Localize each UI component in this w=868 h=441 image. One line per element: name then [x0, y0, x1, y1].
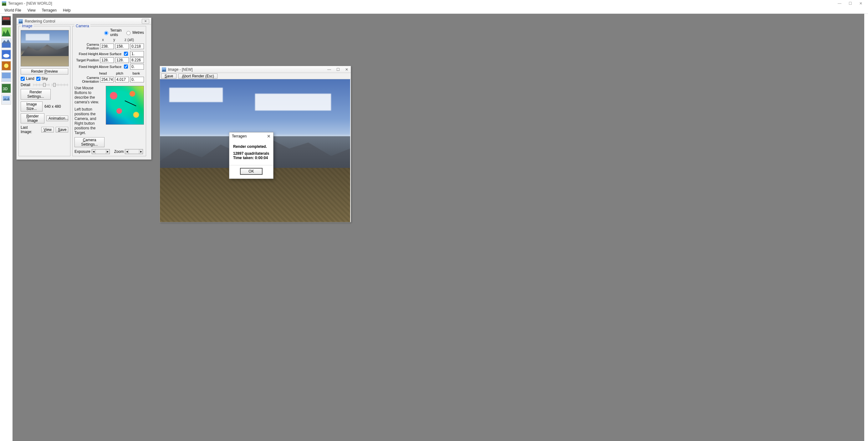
orientation-pitch-input[interactable]	[115, 77, 129, 82]
svg-text:3D: 3D	[3, 87, 8, 91]
dialog-title: Terragen	[232, 134, 247, 139]
zoom-label: Zoom	[114, 149, 124, 154]
app-titlebar: Terragen - [NEW WORLD] — ☐ ✕	[0, 0, 868, 7]
svg-rect-2	[2, 1, 6, 2]
image-groupbox: Image Render Preview Land Sky Detail Ren…	[19, 26, 70, 156]
right-arrow-icon[interactable]: ►	[139, 149, 143, 154]
exposure-label: Exposure	[74, 149, 90, 154]
right-arrow-icon[interactable]: ►	[106, 149, 110, 154]
map-help-text-1: Use Mouse Buttons to describe the camera…	[74, 86, 104, 105]
image-size-button[interactable]: Image Size...	[21, 101, 42, 112]
svg-point-14	[4, 64, 8, 68]
camera-fixed-height-label: Fixed Height Above Surface	[74, 52, 121, 56]
svg-rect-4	[2, 21, 11, 25]
app-title: Terragen - [NEW WORLD]	[8, 1, 52, 6]
water-icon[interactable]	[1, 38, 11, 48]
camera-groupbox: Camera Terrain units Metres x y z (alt) …	[72, 26, 146, 156]
render-image-button[interactable]: Render Image	[21, 113, 44, 123]
menu-view[interactable]: View	[24, 7, 39, 13]
abort-render-button[interactable]: Abort Render (Esc)	[178, 74, 217, 79]
dialog-message-1: Render completed.	[233, 144, 270, 149]
camera-fixed-height-input[interactable]	[130, 51, 144, 57]
sky-checkbox[interactable]: Sky	[36, 77, 48, 81]
image-window-toolbar: Save Abort Render (Esc)	[160, 73, 351, 79]
dialog-ok-button[interactable]: OK	[240, 168, 262, 175]
sun-icon[interactable]	[1, 61, 11, 71]
orientation-bank-input[interactable]	[130, 77, 144, 82]
image-window-minimize-icon[interactable]: —	[327, 67, 331, 72]
metres-radio[interactable]: Metres	[125, 30, 144, 35]
exposure-spinner[interactable]: ◄►	[92, 149, 110, 154]
render-preview-button[interactable]: Render Preview	[21, 68, 68, 75]
left-arrow-icon[interactable]: ◄	[125, 149, 129, 154]
menu-world-file[interactable]: World File	[1, 7, 24, 13]
dialog-message-3: Time taken: 0:00:04	[233, 156, 270, 160]
zoom-spinner[interactable]: ◄►	[125, 149, 143, 154]
window-icon	[162, 67, 166, 72]
map-help-text-2: Left button positions the Camera, and Ri…	[74, 107, 104, 135]
rendering-control-title: Rendering Control	[25, 19, 55, 24]
detail-slider-1[interactable]	[33, 84, 50, 86]
target-fixed-height-input[interactable]	[130, 64, 144, 69]
mdi-right-border	[864, 14, 868, 441]
axis-y-label: y	[113, 37, 115, 42]
pitch-label: pitch	[112, 71, 127, 75]
animation-button[interactable]: Animation...	[46, 116, 68, 121]
detail-slider-2[interactable]	[52, 84, 68, 86]
image-window-titlebar[interactable]: Image - [NEW] — ☐ ✕	[160, 66, 351, 73]
rendering-control-window: Rendering Control ✕ Image Render Preview…	[16, 18, 151, 160]
axis-z-label: z (alt)	[125, 37, 134, 42]
camera-map[interactable]	[106, 86, 144, 125]
svg-rect-16	[2, 78, 11, 82]
image-size-value: 640 x 480	[44, 104, 61, 109]
camera-pos-y-input[interactable]	[115, 43, 129, 49]
menubar: World File View Terragen Help	[0, 7, 868, 14]
minimize-button[interactable]: —	[834, 1, 845, 6]
tool-palette: 3D	[1, 15, 12, 105]
target-pos-x-input[interactable]	[100, 57, 114, 63]
dialog-close-icon[interactable]: ✕	[267, 134, 271, 139]
render-complete-dialog: Terragen ✕ Render completed. 12897 quadr…	[229, 132, 274, 179]
target-position-label: Target Position	[74, 58, 99, 62]
3d-preview-icon[interactable]: 3D	[1, 83, 11, 93]
target-fixed-height-checkbox[interactable]	[124, 64, 128, 68]
close-button[interactable]: ✕	[856, 1, 866, 6]
last-image-view-button[interactable]: View	[41, 127, 54, 133]
axis-x-label: x	[102, 37, 104, 42]
render-settings-button[interactable]: Render Settings...	[21, 89, 51, 99]
dialog-message-2: 12897 quadrilaterals	[233, 151, 270, 156]
last-image-save-button[interactable]: Save	[56, 127, 68, 133]
image-window-title: Image - [NEW]	[168, 67, 193, 72]
menu-help[interactable]: Help	[60, 7, 74, 13]
camera-pos-z-input[interactable]	[130, 43, 144, 49]
atmosphere-icon[interactable]	[1, 72, 11, 82]
maximize-button[interactable]: ☐	[845, 1, 856, 6]
target-pos-z-input[interactable]	[130, 57, 144, 63]
svg-rect-10	[2, 43, 11, 48]
camera-settings-button[interactable]: Camera Settings...	[74, 137, 104, 147]
camera-fixed-height-checkbox[interactable]	[124, 52, 128, 56]
land-checkbox[interactable]: Land	[21, 77, 34, 81]
bank-label: bank	[129, 71, 144, 75]
orientation-head-input[interactable]	[100, 77, 114, 82]
rendering-control-close-icon[interactable]: ✕	[142, 19, 149, 24]
image-window-close-icon[interactable]: ✕	[344, 67, 349, 72]
render-preview-thumbnail	[21, 30, 69, 66]
menu-terragen[interactable]: Terragen	[39, 7, 60, 13]
terrain-units-radio[interactable]: Terrain units	[103, 28, 122, 37]
rendering-control-icon[interactable]	[1, 16, 11, 26]
camera-position-label: Camera Position	[74, 42, 99, 50]
image-window-maximize-icon[interactable]: ☐	[336, 67, 340, 72]
image-icon[interactable]	[1, 95, 11, 105]
image-save-button[interactable]: Save	[161, 74, 177, 79]
camera-pos-x-input[interactable]	[100, 43, 114, 49]
left-arrow-icon[interactable]: ◄	[92, 149, 96, 154]
landscape-icon[interactable]	[1, 27, 11, 37]
target-pos-y-input[interactable]	[115, 57, 129, 63]
target-fixed-height-label: Fixed Height Above Surface	[74, 65, 121, 68]
app-logo-icon	[2, 1, 6, 6]
clouds-icon[interactable]	[1, 50, 11, 60]
image-legend: Image	[21, 24, 33, 28]
dialog-titlebar[interactable]: Terragen ✕	[229, 133, 273, 140]
svg-rect-5	[3, 17, 10, 20]
